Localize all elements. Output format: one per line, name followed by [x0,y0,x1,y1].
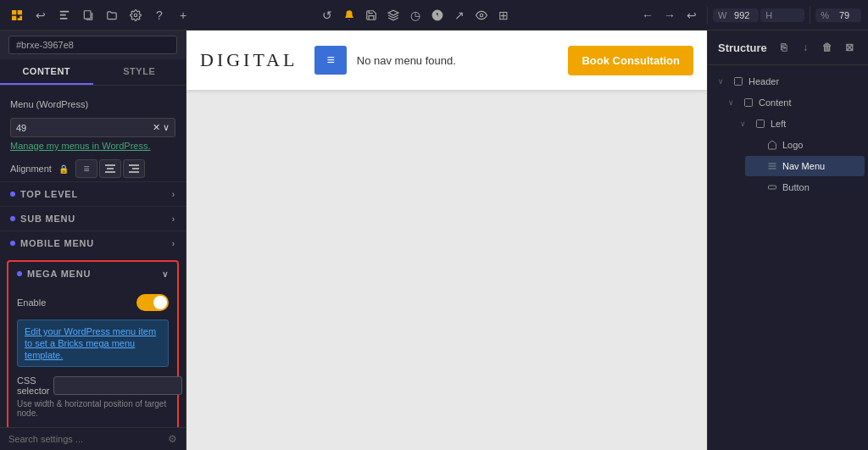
search-settings-icon[interactable]: ⚙ [168,433,177,445]
dashboard-icon[interactable]: ⊞ [493,5,514,25]
align-right-btn[interactable] [123,159,145,178]
tab-style[interactable]: STYLE [93,59,186,85]
svg-point-7 [480,14,483,17]
css-selector-input[interactable] [53,376,182,395]
structure-icons: ⎘ ↓ 🗑 ⊠ [775,39,858,56]
width-input-group: W [713,8,759,22]
arrow-right-icon[interactable]: → [659,5,680,25]
main-layout: CONTENT STYLE Menu (WordPress) 49 ✕ ∨ Ma… [0,31,868,450]
structure-icon[interactable] [54,5,75,25]
panel-search-bar: ⚙ [0,427,186,450]
structure-collapse-icon[interactable]: ⊠ [841,39,858,56]
mega-menu-label: MEGA MENU [27,269,91,279]
mega-menu-dot [17,271,22,276]
tree-item-header[interactable]: ∨ Header [711,71,865,92]
menu-select-icons: ✕ ∨ [153,122,170,133]
tree-item-nav-menu[interactable]: › Nav Menu [745,156,865,176]
nav-not-found-text: No nav menu found. [357,54,456,67]
svg-rect-0 [60,10,70,12]
zoom-input[interactable] [832,10,856,20]
bricks-logo-icon[interactable] [7,5,27,25]
element-id-field[interactable] [8,36,177,54]
settings-icon[interactable] [125,5,146,25]
alignment-label: Alignment [10,164,52,174]
content-chevron: ∨ [728,98,738,107]
header-icon [732,75,745,88]
svg-rect-16 [757,120,765,128]
svg-rect-14 [735,78,743,86]
add-icon[interactable]: + [173,5,193,25]
svg-rect-10 [105,171,115,173]
undo-icon[interactable]: ↩ [31,5,51,25]
timer-icon[interactable]: ◷ [405,5,426,25]
svg-marker-5 [388,10,398,15]
menu-select-wrap: 49 ✕ ∨ [0,114,186,141]
align-center-btn[interactable] [99,159,121,178]
logo-icon [765,138,779,152]
button-label: Button [782,182,810,192]
top-toolbar: ↩ ? + ↺ ◷ ↗ ⊞ ← → [0,0,868,31]
mega-menu-header[interactable]: MEGA MENU ∨ [8,262,177,286]
structure-download-icon[interactable]: ↓ [797,39,814,56]
save-icon[interactable] [361,5,381,25]
refresh-icon[interactable]: ↺ [317,5,337,25]
css-selector-label: CSS selector [17,375,50,396]
top-level-dot [10,192,15,197]
menu-value: 49 [16,123,26,133]
left-panel: CONTENT STYLE Menu (WordPress) 49 ✕ ∨ Ma… [0,31,186,450]
mega-info-link[interactable]: Edit your WordPress menu item to set a B… [25,326,156,360]
mobile-menu-dot [10,241,15,246]
external-link-icon[interactable]: ↗ [449,5,470,25]
folder-icon[interactable] [102,5,122,25]
arrow-left-icon[interactable]: ← [637,5,658,25]
book-consultation-btn[interactable]: Book Consultation [568,46,693,75]
pages-icon[interactable] [78,5,98,25]
tree-item-button[interactable]: › Button [745,177,865,197]
manage-menus-link[interactable]: Manage my menus in WordPress. [0,141,186,156]
height-label: H [765,10,772,20]
preview-icon[interactable] [471,5,492,25]
structure-copy-icon[interactable]: ⎘ [775,39,792,56]
sub-menu-section[interactable]: SUB MENU › [0,206,186,231]
mega-menu-section: MEGA MENU ∨ Enable Edit your WordPress m… [7,260,179,427]
align-left-btn[interactable]: ≡ [75,159,97,178]
hamburger-icon: ≡ [326,53,334,68]
panel-tabs: CONTENT STYLE [0,59,186,86]
tree-item-logo[interactable]: › Logo [745,135,865,155]
mega-info-box: Edit your WordPress menu item to set a B… [17,319,169,367]
top-level-label: TOP LEVEL [20,189,78,199]
sub-menu-dot [10,216,15,221]
tab-content[interactable]: CONTENT [0,59,93,85]
enable-toggle[interactable] [136,294,169,311]
mobile-menu-section[interactable]: MOBILE MENU › [0,231,186,255]
nav-menu-icon [765,159,779,173]
tree-item-content[interactable]: ∨ Content [721,92,865,113]
help-icon[interactable]: ? [149,5,170,25]
hamburger-menu-btn[interactable]: ≡ [314,46,346,75]
canvas-area: DIGITAL ≡ No nav menu found. Book Consul… [186,31,707,450]
tree-item-left[interactable]: ∨ Left [733,114,865,134]
menu-select[interactable]: 49 ✕ ∨ [10,118,175,137]
rotate-icon[interactable]: ↩ [682,5,702,25]
css-note: Use width & horizontal position of targe… [17,397,169,421]
width-input[interactable] [730,10,754,20]
structure-title: Structure [718,42,767,54]
mega-menu-body: Enable Edit your WordPress menu item to … [8,286,177,427]
layers-icon[interactable] [383,5,403,25]
canvas-header: DIGITAL ≡ No nav menu found. Book Consul… [186,31,707,90]
search-settings-input[interactable] [8,434,163,444]
left-label: Left [771,119,786,129]
width-label: W [718,10,726,20]
content-icon [742,96,755,109]
notification-icon[interactable] [339,5,359,25]
structure-delete-icon[interactable]: 🗑 [819,39,836,56]
mobile-menu-chevron: › [172,239,175,248]
top-level-section[interactable]: TOP LEVEL › [0,181,186,206]
svg-rect-20 [769,186,776,189]
header-chevron: ∨ [718,77,728,86]
height-input[interactable] [776,10,799,20]
svg-rect-8 [105,164,115,166]
site-logo: DIGITAL [200,49,298,71]
wordpress-icon[interactable] [427,5,448,25]
nav-menu-label: Nav Menu [782,161,825,171]
